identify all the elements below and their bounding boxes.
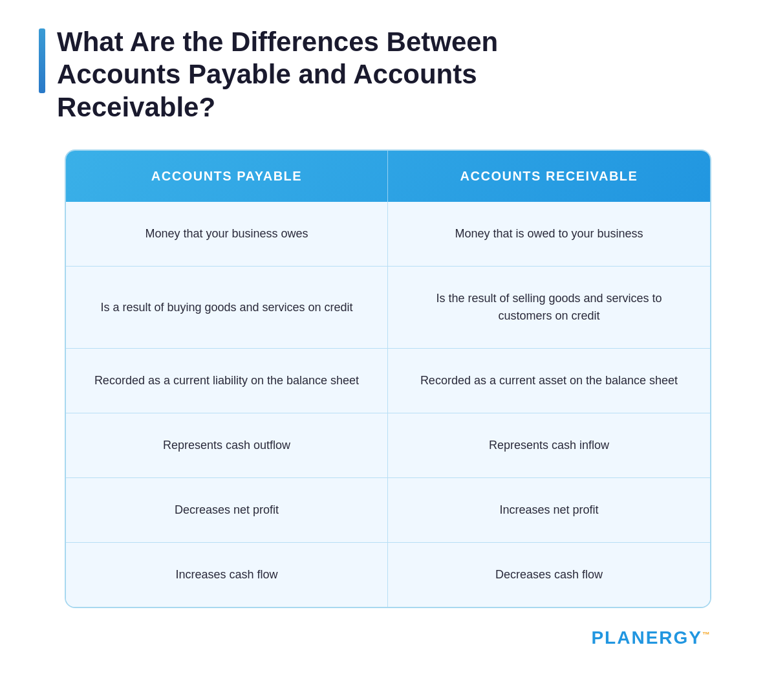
cell-left-5: Increases cash flow — [66, 543, 388, 607]
cell-right-4: Increases net profit — [388, 478, 710, 542]
cell-right-1: Is the result of selling goods and servi… — [388, 267, 710, 348]
table-body: Money that your business owesMoney that … — [66, 202, 710, 607]
header-accounts-receivable: ACCOUNTS RECEIVABLE — [388, 151, 710, 202]
cell-left-2: Recorded as a current liability on the b… — [66, 349, 388, 413]
table-header: ACCOUNTS PAYABLE ACCOUNTS RECEIVABLE — [66, 151, 710, 202]
footer: PLANERGY™ — [39, 628, 737, 648]
cell-left-1: Is a result of buying goods and services… — [66, 267, 388, 348]
header-accounts-payable: ACCOUNTS PAYABLE — [66, 151, 388, 202]
cell-right-5: Decreases cash flow — [388, 543, 710, 607]
cell-left-0: Money that your business owes — [66, 202, 388, 266]
logo-tm: ™ — [702, 630, 711, 639]
cell-right-0: Money that is owed to your business — [388, 202, 710, 266]
cell-right-3: Represents cash inflow — [388, 413, 710, 477]
table-row: Increases cash flowDecreases cash flow — [66, 542, 710, 607]
table-row: Recorded as a current liability on the b… — [66, 348, 710, 413]
header-section: What Are the Differences Between Account… — [39, 26, 737, 124]
accent-bar — [39, 28, 45, 93]
comparison-table: ACCOUNTS PAYABLE ACCOUNTS RECEIVABLE Mon… — [65, 149, 711, 608]
table-row: Money that your business owesMoney that … — [66, 202, 710, 266]
cell-left-3: Represents cash outflow — [66, 413, 388, 477]
logo: PLANERGY™ — [591, 628, 711, 648]
cell-left-4: Decreases net profit — [66, 478, 388, 542]
logo-text: PLANERGY™ — [591, 628, 711, 648]
table-row: Is a result of buying goods and services… — [66, 266, 710, 348]
logo-name: PLANERGY — [591, 628, 702, 648]
table-row: Represents cash outflowRepresents cash i… — [66, 413, 710, 477]
table-row: Decreases net profitIncreases net profit — [66, 477, 710, 542]
cell-right-2: Recorded as a current asset on the balan… — [388, 349, 710, 413]
page-title: What Are the Differences Between Account… — [57, 26, 510, 124]
